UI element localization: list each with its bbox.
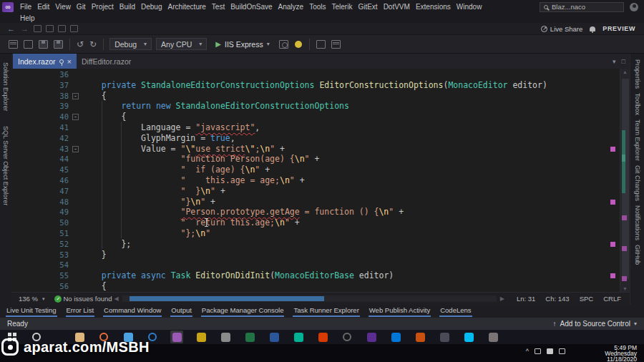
profiler-status-icon[interactable]: [295, 41, 302, 48]
menu-item[interactable]: DotVVM: [381, 1, 413, 12]
panel-tab[interactable]: Error List: [66, 305, 95, 317]
panel-tab[interactable]: CodeLens: [439, 305, 472, 317]
horizontal-scrollbar[interactable]: [122, 295, 497, 302]
tab-diffeditor-razor[interactable]: DiffEditor.razor: [77, 54, 136, 69]
panel-tab[interactable]: Live Unit Testing: [6, 305, 57, 317]
right-tool-tab[interactable]: GitHub: [634, 245, 641, 265]
toolbar-mini-icon[interactable]: [46, 25, 54, 32]
navigate-forward-icon[interactable]: →: [21, 24, 29, 33]
menu-item[interactable]: Tools: [306, 1, 328, 12]
taskbar-app-icon[interactable]: [268, 331, 280, 343]
menu-item[interactable]: Architecture: [165, 1, 208, 12]
line-indicator[interactable]: Ln: 31: [517, 295, 535, 303]
taskbar-app-icon[interactable]: [414, 331, 426, 343]
taskbar-app-icon[interactable]: [438, 331, 451, 343]
taskbar-app-icon[interactable]: [219, 331, 232, 343]
taskbar-clock[interactable]: 5:49 PM Wednesday 11/18/2020: [605, 345, 637, 362]
right-tool-tab[interactable]: Git Changes: [634, 165, 641, 201]
menu-item[interactable]: Build: [117, 1, 138, 12]
live-share-button[interactable]: Live Share: [541, 25, 582, 33]
tray-icon[interactable]: [559, 348, 565, 354]
toolbar-mini-icon[interactable]: [70, 25, 78, 32]
toolbar-mini-icon[interactable]: [34, 25, 42, 32]
window-list-icon[interactable]: □: [622, 58, 625, 65]
toolbar-mini-icon[interactable]: [58, 25, 66, 32]
screenshot-icon[interactable]: [279, 40, 288, 49]
notifications-bell-icon[interactable]: [590, 26, 595, 31]
scroll-up-icon[interactable]: ▲: [620, 69, 630, 74]
fold-toggle-icon[interactable]: -: [72, 93, 79, 99]
fold-toggle-icon[interactable]: -: [72, 146, 79, 152]
quick-search-input[interactable]: Blaz...naco: [540, 2, 624, 12]
code-editor[interactable]: 3637 private StandaloneEditorConstructio…: [11, 69, 630, 292]
undo-icon[interactable]: ↺: [77, 39, 84, 49]
toolbar-extra-icon[interactable]: [331, 40, 341, 49]
panel-tab[interactable]: Web Publish Activity: [369, 305, 431, 317]
zoom-dropdown[interactable]: 136 % ▾: [14, 295, 49, 303]
menu-item[interactable]: Debug: [138, 1, 165, 12]
source-control-group[interactable]: ↑ Add to Source Control ▾: [553, 320, 637, 328]
menu-item-help[interactable]: Help: [17, 13, 38, 24]
vertical-scrollbar[interactable]: ▲ ▼: [620, 69, 630, 292]
menu-item[interactable]: Test: [209, 1, 228, 12]
fold-toggle-icon[interactable]: -: [72, 114, 79, 120]
right-tool-tab[interactable]: Team Explorer: [634, 119, 641, 161]
solution-platform-dropdown[interactable]: Any CPU▾: [156, 38, 207, 50]
start-debugging-button[interactable]: ▶ IIS Express ▾: [211, 39, 273, 49]
taskbar-app-icon[interactable]: [316, 331, 329, 343]
tab-index-razor[interactable]: Index.razor ×: [13, 54, 77, 69]
tray-icon[interactable]: [547, 348, 553, 354]
taskbar-app-icon[interactable]: [487, 331, 499, 343]
scroll-left-icon[interactable]: ◀: [114, 295, 119, 302]
menu-item[interactable]: View: [52, 1, 74, 12]
open-file-icon[interactable]: [24, 40, 33, 49]
menu-item[interactable]: File: [17, 1, 34, 12]
new-file-icon[interactable]: [9, 40, 18, 49]
left-tool-tab[interactable]: Solution Explorer: [2, 62, 9, 112]
tray-expand-icon[interactable]: ^: [526, 348, 529, 355]
chevron-down-icon[interactable]: ▾: [613, 58, 616, 65]
menu-item[interactable]: Extensions: [413, 1, 454, 12]
menu-item[interactable]: Analyze: [275, 1, 307, 12]
taskbar-app-icon[interactable]: [195, 331, 208, 343]
toolbar-extra-icon[interactable]: [316, 40, 326, 49]
solution-configuration-dropdown[interactable]: Debug▾: [109, 38, 152, 50]
menu-item[interactable]: Git: [74, 1, 89, 12]
line-ending-indicator[interactable]: CRLF: [603, 295, 621, 303]
taskbar-app-icon[interactable]: [243, 331, 256, 343]
pin-icon[interactable]: [59, 59, 64, 64]
taskbar-app-icon[interactable]: [292, 331, 305, 343]
tray-icon[interactable]: [535, 348, 541, 354]
menu-item[interactable]: BuildOnSave: [228, 1, 275, 12]
right-tool-tab[interactable]: Properties: [634, 59, 641, 89]
spaces-indicator[interactable]: SPC: [580, 295, 594, 303]
panel-tab[interactable]: Package Manager Console: [201, 305, 285, 317]
taskbar-app-icon[interactable]: [462, 331, 475, 343]
left-tool-tab[interactable]: SQL Server Object Explorer: [2, 126, 9, 205]
panel-tab[interactable]: Output: [170, 305, 192, 317]
menu-item[interactable]: Telerik: [329, 1, 356, 12]
horizontal-scrollbar-thumb[interactable]: [130, 296, 324, 301]
menu-item[interactable]: Project: [89, 1, 117, 12]
redo-icon[interactable]: ↻: [89, 39, 97, 49]
scroll-down-icon[interactable]: ▼: [620, 286, 630, 291]
issues-status[interactable]: No issues found: [63, 295, 112, 303]
right-tool-tab[interactable]: Toolbox: [634, 93, 641, 115]
add-to-source-control-button[interactable]: Add to Source Control: [560, 320, 630, 328]
menu-item[interactable]: Window: [454, 1, 485, 12]
taskbar-app-icon[interactable]: [389, 331, 402, 343]
panel-tab[interactable]: Task Runner Explorer: [293, 305, 359, 317]
char-indicator[interactable]: Ch: 143: [545, 295, 569, 303]
taskbar-app-icon[interactable]: [365, 331, 378, 343]
user-avatar-icon[interactable]: [630, 3, 638, 11]
menu-item[interactable]: Edit: [34, 1, 52, 12]
save-all-icon[interactable]: [54, 40, 63, 49]
taskbar-app-icon[interactable]: [341, 331, 353, 343]
navigate-back-icon[interactable]: ←: [7, 24, 15, 33]
close-icon[interactable]: ×: [67, 57, 72, 66]
panel-tab[interactable]: Command Window: [103, 305, 162, 317]
save-icon[interactable]: [39, 40, 48, 49]
menu-item[interactable]: GitExt: [355, 1, 380, 12]
right-tool-tab[interactable]: Notifications: [634, 205, 641, 240]
taskbar-app-icon[interactable]: [170, 331, 183, 343]
